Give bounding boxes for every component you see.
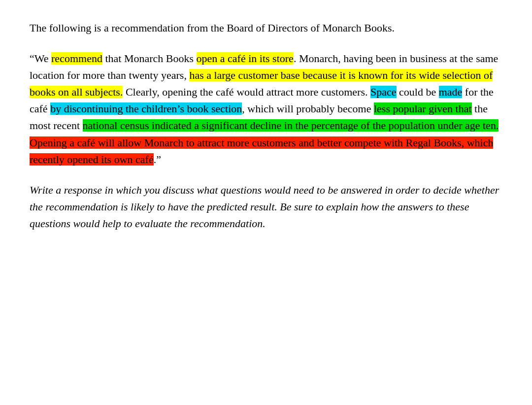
highlight-opening: Opening a café will allow Monarch to att… xyxy=(30,136,493,166)
intro-text: The following is a recommendation from t… xyxy=(30,20,502,36)
highlight-recommend: recommend xyxy=(51,52,102,65)
quote-text4: could be xyxy=(397,86,439,98)
highlight-open-cafe: open a café in its store xyxy=(197,52,294,65)
highlight-national-census: national census indicated a significant … xyxy=(83,119,499,132)
quote-text3: Clearly, opening the café would attract … xyxy=(123,86,370,98)
quote-text: “We recommend that Monarch Books open a … xyxy=(30,50,502,168)
highlight-discontinuing: by discontinuing the children’s book sec… xyxy=(50,102,242,115)
prompt-text: Write a response in which you discuss wh… xyxy=(30,182,502,232)
quote-text1: that Monarch Books xyxy=(102,52,197,65)
quote-open: “We xyxy=(30,52,51,65)
highlight-less-popular: less popular given that xyxy=(374,102,472,115)
quote-text6: , which will probably become xyxy=(242,102,374,115)
highlight-made: made xyxy=(439,86,463,98)
highlight-space: Space xyxy=(370,86,397,98)
quote-close: .” xyxy=(154,153,161,166)
